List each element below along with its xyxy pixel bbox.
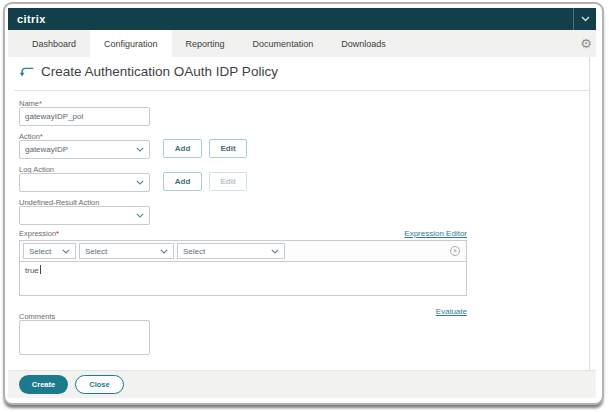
action-select-value: gatewayIDP [25,145,68,154]
log-action-edit-button: Edit [209,172,247,191]
expression-select-2[interactable]: Select [79,243,174,259]
text-cursor [40,265,41,274]
log-action-add-button[interactable]: Add [163,172,202,191]
chevron-down-icon [271,249,279,254]
form-footer: Create Close [8,370,596,398]
name-input[interactable] [19,107,150,126]
user-menu-toggle[interactable] [573,8,596,30]
brand-bar: citrix [8,8,596,30]
evaluate-link[interactable]: Evaluate [436,307,467,316]
chevron-down-icon [581,16,590,22]
expression-select-2-value: Select [85,247,107,256]
tab-downloads[interactable]: Downloads [327,30,400,57]
expression-toolbar: Select Select Select × [19,240,467,262]
clear-expression-icon[interactable]: × [450,246,460,256]
expression-header: Expression* Expression Editor [19,229,467,238]
close-button[interactable]: Close [75,375,124,394]
action-edit-button[interactable]: Edit [209,139,247,158]
chevron-down-icon [160,249,168,254]
expression-select-3-value: Select [183,247,205,256]
required-asterisk: * [56,229,59,238]
create-button[interactable]: Create [19,375,68,394]
expression-editor-link[interactable]: Expression Editor [404,229,467,238]
back-arrow-icon[interactable] [19,65,35,78]
browser-screenshot-frame: citrix Dashboard Configuration Reporting… [3,2,604,405]
expression-select-1[interactable]: Select [23,243,76,259]
page-header: Create Authentication OAuth IDP Policy [19,64,278,79]
expression-input[interactable]: true [19,261,467,296]
expression-text: true [25,266,39,275]
tab-configuration-label: Configuration [104,39,158,49]
citrix-logo: citrix [17,13,46,25]
chevron-down-icon [136,180,144,185]
evaluate-row: Evaluate [19,300,467,318]
action-add-button[interactable]: Add [163,139,202,158]
expression-select-1-value: Select [29,247,51,256]
tab-downloads-label: Downloads [341,39,386,49]
tab-configuration[interactable]: Configuration [90,30,172,57]
tab-reporting[interactable]: Reporting [172,30,239,57]
expression-select-3[interactable]: Select [177,243,285,259]
tab-reporting-label: Reporting [186,39,225,49]
expression-label: Expression* [19,229,59,238]
main-nav-tabs: Dashboard Configuration Reporting Docume… [8,30,596,57]
scrollbar-track[interactable] [589,57,590,370]
tab-dashboard[interactable]: Dashboard [18,30,90,57]
tab-documentation-label: Documentation [253,39,314,49]
tab-documentation[interactable]: Documentation [239,30,328,57]
settings-gear-icon[interactable]: ⚙ [580,30,592,57]
undefined-result-action-select[interactable] [19,206,150,225]
chevron-down-icon [136,147,144,152]
tab-dashboard-label: Dashboard [32,39,76,49]
action-select[interactable]: gatewayIDP [19,140,150,159]
page-title: Create Authentication OAuth IDP Policy [41,64,278,79]
log-action-select[interactable] [19,173,150,192]
comments-input[interactable] [19,320,150,355]
title-divider [14,90,589,91]
chevron-down-icon [136,213,144,218]
chevron-down-icon [62,249,70,254]
